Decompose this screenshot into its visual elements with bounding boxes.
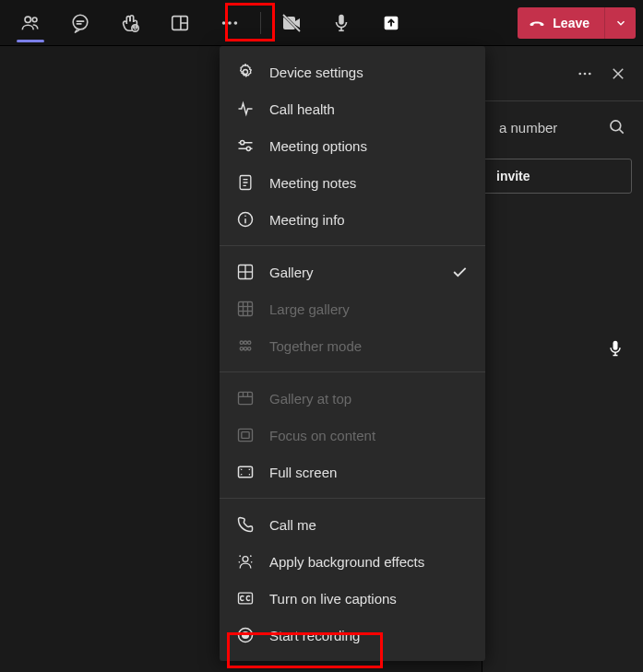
chevron-down-icon [614,17,627,29]
phone-icon [236,515,255,534]
svg-point-49 [240,348,243,350]
gear-icon [236,63,255,81]
svg-rect-52 [239,392,253,404]
svg-point-51 [248,348,251,350]
menu-item-label: Gallery [269,265,435,280]
menu-item-label: Call me [269,517,469,533]
chat-button[interactable] [57,0,103,46]
share-button[interactable] [368,0,414,46]
svg-rect-23 [613,341,618,350]
people-button[interactable] [7,0,54,46]
svg-point-8 [228,21,232,25]
share-invite-button[interactable]: invite [482,159,632,194]
fullscreen-icon [236,463,255,481]
menu-item-label: Meeting options [269,138,469,154]
svg-point-29 [241,141,244,145]
menu-item-label: Focus on content [269,428,469,443]
menu-item-meeting-info[interactable]: Meeting info [220,201,485,238]
menu-section: GalleryLarge galleryTogether mode [220,246,485,372]
info-icon [236,210,255,229]
svg-point-2 [73,15,88,29]
svg-point-66 [243,632,249,639]
menu-item-label: Full screen [269,465,469,480]
menu-item-call-health[interactable]: Call health [220,90,485,127]
svg-point-61 [250,555,252,557]
panel-header [482,46,643,101]
camera-button[interactable] [268,0,315,46]
menu-item-meeting-notes[interactable]: Meeting notes [220,164,485,201]
menu-section: Gallery at topFocus on contentFull scree… [220,372,485,499]
grid2-icon [236,263,255,281]
menu-item-together-mode: Together mode [220,327,485,364]
more-actions-menu: Device settingsCall healthMeeting option… [220,46,485,661]
menu-item-label: Large gallery [269,301,469,317]
menu-item-label: Apply background effects [269,554,469,570]
menu-item-large-gallery: Large gallery [220,290,485,327]
menu-item-label: Device settings [269,65,469,80]
menu-section: Device settingsCall healthMeeting option… [220,46,485,246]
menu-item-label: Turn on live captions [269,591,469,607]
grid3-icon [236,300,255,318]
menu-item-label: Gallery at top [269,391,469,407]
menu-item-label: Start recording [269,628,469,643]
check-icon [450,263,469,281]
participant-mic-icon[interactable] [606,339,625,358]
leave-control: Leave [518,7,636,39]
menu-item-device-settings[interactable]: Device settings [220,53,485,90]
svg-point-46 [240,341,243,344]
more-actions-button[interactable] [207,0,253,46]
svg-point-59 [243,557,248,562]
menu-section: Call meApply background effectsTurn on l… [220,499,485,661]
panel-close-button[interactable] [610,65,626,82]
invite-label: invite [496,169,530,183]
leave-button[interactable]: Leave [518,7,604,39]
svg-point-21 [611,121,621,131]
pulse-icon [236,100,255,118]
leave-chevron-button[interactable] [604,7,636,39]
svg-point-63 [251,561,253,563]
svg-line-22 [620,130,624,134]
svg-point-26 [244,70,248,75]
menu-item-turn-on-live-captions[interactable]: Turn on live captions [220,580,485,617]
notes-icon [236,173,255,192]
menu-item-meeting-options[interactable]: Meeting options [220,127,485,164]
gallery-top-icon [236,389,255,407]
menu-item-focus-on-content: Focus on content [220,417,485,454]
svg-point-48 [248,341,251,344]
mic-button[interactable] [318,0,364,46]
svg-point-62 [239,561,241,563]
sliders-icon [236,136,255,155]
leave-label: Leave [553,16,589,30]
focus-icon [236,426,255,444]
toolbar-divider [260,12,261,34]
svg-rect-56 [239,429,253,441]
people-group-icon [236,336,255,355]
reactions-button[interactable] [107,0,153,46]
invite-search-row[interactable]: a number [482,101,643,153]
svg-point-18 [589,72,591,75]
menu-item-start-recording[interactable]: Start recording [220,617,485,654]
svg-point-3 [132,24,138,30]
svg-rect-57 [242,432,249,439]
menu-item-gallery[interactable]: Gallery [220,253,485,290]
svg-point-1 [32,17,37,21]
cc-icon [236,589,255,607]
menu-item-label: Meeting info [269,212,469,228]
menu-item-gallery-at-top: Gallery at top [220,380,485,417]
search-icon [608,118,626,136]
participants-panel: a number invite [482,46,643,672]
menu-item-call-me[interactable]: Call me [220,506,485,543]
svg-rect-41 [239,302,253,316]
menu-item-full-screen[interactable]: Full screen [220,454,485,490]
menu-item-apply-background-effects[interactable]: Apply background effects [220,543,485,580]
svg-point-16 [578,72,581,75]
hangup-icon [529,15,545,31]
number-hint: a number [499,120,597,136]
person-bg-icon [236,552,255,571]
svg-point-47 [244,341,246,344]
panel-more-button[interactable] [577,65,593,82]
svg-point-7 [222,21,226,25]
meeting-toolbar: Leave [0,0,643,46]
svg-rect-12 [339,14,344,24]
rooms-button[interactable] [157,0,203,46]
